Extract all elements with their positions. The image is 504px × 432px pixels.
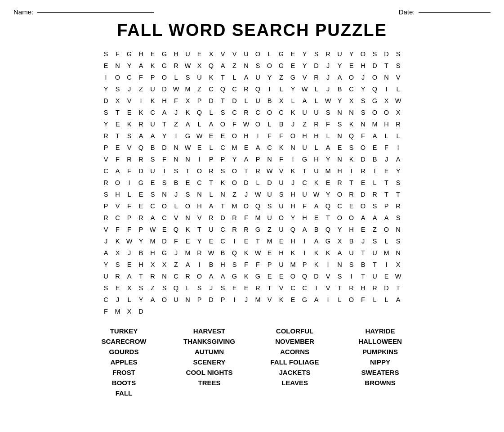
grid-cell: S bbox=[100, 48, 112, 60]
grid-cell: Q bbox=[299, 270, 311, 282]
grid-cell: F bbox=[124, 200, 135, 212]
word-item: HARVEST bbox=[193, 327, 225, 335]
grid-cell: V bbox=[124, 95, 135, 107]
grid-cell: G bbox=[276, 48, 287, 60]
grid-cell: Z bbox=[229, 189, 241, 200]
grid-cell: Y bbox=[124, 60, 135, 72]
grid-cell: H bbox=[135, 259, 147, 270]
grid-cell: D bbox=[311, 270, 322, 282]
grid-cell: Y bbox=[159, 130, 170, 142]
grid-cell: P bbox=[100, 142, 112, 153]
grid-cell: S bbox=[182, 72, 194, 83]
grid-cell: O bbox=[229, 130, 241, 142]
grid-cell: U bbox=[346, 247, 357, 259]
grid-cell: O bbox=[381, 107, 392, 118]
grid-cell: T bbox=[217, 72, 229, 83]
grid-cell: D bbox=[217, 212, 229, 224]
grid-cell: I bbox=[392, 142, 404, 153]
grid-cell: D bbox=[369, 60, 381, 72]
grid-cell: L bbox=[381, 294, 392, 306]
grid-cell: A bbox=[252, 142, 264, 153]
grid-cell: O bbox=[357, 142, 369, 153]
grid-cell: N bbox=[159, 270, 170, 282]
word-item: FALL bbox=[116, 389, 133, 397]
grid-cell: Z bbox=[264, 224, 276, 235]
grid-cell: R bbox=[205, 165, 217, 177]
grid-cell: W bbox=[147, 224, 159, 235]
grid-cell: W bbox=[194, 130, 205, 142]
grid-cell: S bbox=[182, 189, 194, 200]
grid-cell: Y bbox=[229, 153, 241, 165]
grid-cell: O bbox=[112, 72, 124, 83]
grid-cell: A bbox=[182, 259, 194, 270]
grid-cell: Y bbox=[264, 72, 276, 83]
grid-cell: Q bbox=[170, 282, 182, 294]
grid-cell: Z bbox=[299, 118, 311, 130]
grid-cell: T bbox=[182, 165, 194, 177]
grid-cell: P bbox=[252, 153, 264, 165]
grid-cell: S bbox=[159, 177, 170, 189]
grid-cell: L bbox=[276, 83, 287, 95]
grid-cell: Y bbox=[392, 165, 404, 177]
grid-cell: J bbox=[170, 247, 182, 259]
grid-cell: S bbox=[392, 212, 404, 224]
grid-cell: E bbox=[287, 48, 299, 60]
grid-cell: E bbox=[264, 247, 276, 259]
word-item: GOURDS bbox=[109, 348, 139, 356]
grid-cell: B bbox=[147, 142, 159, 153]
grid-cell: E bbox=[124, 107, 135, 118]
grid-cell: J bbox=[322, 83, 334, 95]
grid-cell: K bbox=[182, 107, 194, 118]
grid-cell: F bbox=[381, 142, 392, 153]
grid-cell: A bbox=[369, 212, 381, 224]
grid-cell: E bbox=[205, 130, 217, 142]
grid-cell: E bbox=[217, 130, 229, 142]
grid-cell: U bbox=[276, 200, 287, 212]
words-section: TURKEYSCARECROWGOURDSAPPLESFROSTBOOTSFAL… bbox=[81, 327, 423, 397]
grid-cell: T bbox=[135, 270, 147, 282]
grid-cell: Q bbox=[252, 83, 264, 95]
word-item: NOVEMBER bbox=[275, 338, 314, 345]
grid-cell: Z bbox=[369, 224, 381, 235]
grid-cell: G bbox=[135, 177, 147, 189]
grid-cell: T bbox=[194, 224, 205, 235]
grid-cell: D bbox=[381, 282, 392, 294]
grid-cell: O bbox=[346, 72, 357, 83]
grid-cell: T bbox=[112, 107, 124, 118]
grid-cell: R bbox=[392, 200, 404, 212]
grid-cell: F bbox=[241, 259, 252, 270]
grid-cell: M bbox=[182, 83, 194, 95]
grid-cell: L bbox=[205, 189, 217, 200]
grid-cell: O bbox=[334, 189, 346, 200]
grid-cell: Z bbox=[147, 282, 159, 294]
grid-cell: L bbox=[264, 48, 276, 60]
grid-cell: A bbox=[299, 224, 311, 235]
grid-cell: S bbox=[159, 282, 170, 294]
grid-cell: X bbox=[124, 306, 135, 317]
grid-cell: O bbox=[264, 60, 276, 72]
grid-cell: Z bbox=[135, 83, 147, 95]
grid-cell: K bbox=[287, 107, 299, 118]
word-item: NIPPY bbox=[370, 358, 390, 366]
word-item: JACKETS bbox=[279, 369, 310, 376]
grid-cell: V bbox=[276, 282, 287, 294]
grid-cell: U bbox=[299, 107, 311, 118]
grid-cell: W bbox=[392, 270, 404, 282]
grid-cell: U bbox=[182, 48, 194, 60]
grid-cell: Y bbox=[299, 48, 311, 60]
grid-cell: L bbox=[264, 118, 276, 130]
grid-cell: R bbox=[252, 165, 264, 177]
grid-cell: N bbox=[217, 189, 229, 200]
grid-cell: G bbox=[252, 270, 264, 282]
grid-cell: P bbox=[217, 153, 229, 165]
grid-cell: C bbox=[217, 142, 229, 153]
grid-cell: J bbox=[205, 282, 217, 294]
grid-cell: S bbox=[100, 189, 112, 200]
grid-cell: U bbox=[311, 165, 322, 177]
grid-cell: F bbox=[112, 224, 124, 235]
grid-cell: O bbox=[381, 224, 392, 235]
grid-cell: A bbox=[124, 270, 135, 282]
grid-cell: H bbox=[170, 48, 182, 60]
grid-cell: D bbox=[381, 48, 392, 60]
grid-cell: K bbox=[276, 294, 287, 306]
